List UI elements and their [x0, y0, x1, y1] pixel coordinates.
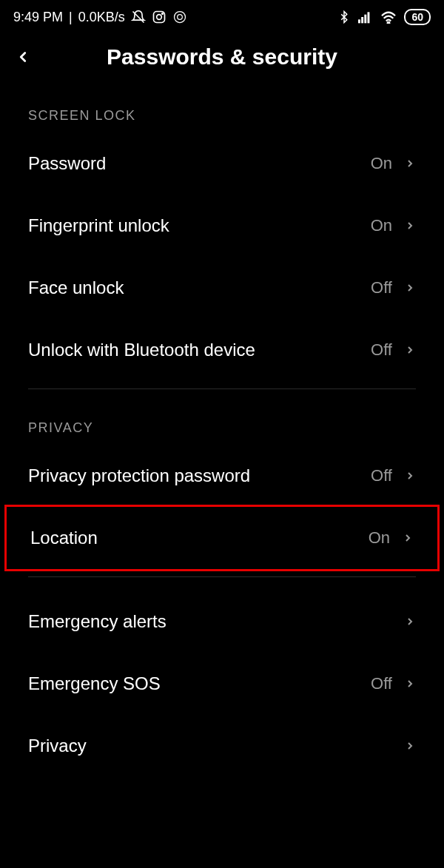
row-value: On	[371, 154, 392, 173]
page-title: Passwords & security	[44, 44, 400, 70]
row-right: Off	[371, 674, 416, 693]
row-label: Unlock with Bluetooth device	[28, 340, 255, 360]
status-separator: |	[69, 10, 73, 25]
status-bar: 9:49 PM | 0.0KB/s	[0, 0, 444, 31]
svg-point-2	[156, 15, 161, 20]
instagram-icon	[152, 10, 166, 24]
row-label: Privacy	[28, 736, 87, 756]
row-label: Emergency SOS	[28, 673, 161, 694]
row-right: On	[369, 528, 414, 548]
row-value: Off	[371, 466, 392, 485]
badge-icon	[172, 10, 187, 24]
back-button[interactable]	[15, 49, 44, 65]
chevron-right-icon	[404, 158, 416, 169]
section-header-privacy: PRIVACY	[0, 403, 444, 445]
row-fingerprint-unlock[interactable]: Fingerprint unlock On	[0, 195, 444, 257]
row-right: On	[371, 154, 416, 173]
row-label: Password	[28, 153, 106, 174]
svg-point-5	[177, 15, 182, 20]
notification-off-icon	[131, 10, 146, 24]
status-left: 9:49 PM | 0.0KB/s	[13, 10, 187, 25]
chevron-right-icon	[404, 220, 416, 232]
row-emergency-alerts[interactable]: Emergency alerts	[0, 591, 444, 653]
svg-point-4	[174, 12, 185, 23]
chevron-right-icon	[404, 470, 416, 482]
status-time: 9:49 PM	[13, 10, 63, 25]
status-network-speed: 0.0KB/s	[78, 10, 125, 25]
row-right	[404, 616, 416, 628]
row-right: On	[371, 216, 416, 235]
header: Passwords & security	[0, 31, 444, 90]
row-value: On	[371, 216, 392, 235]
row-value: Off	[371, 340, 392, 360]
chevron-right-icon	[404, 282, 416, 294]
row-right	[404, 740, 416, 752]
chevron-right-icon	[404, 344, 416, 356]
row-value: Off	[371, 278, 392, 297]
svg-rect-9	[368, 12, 370, 23]
chevron-right-icon	[404, 616, 416, 628]
row-right: Off	[371, 278, 416, 297]
chevron-right-icon	[404, 740, 416, 752]
row-label: Privacy protection password	[28, 465, 250, 486]
row-password[interactable]: Password On	[0, 132, 444, 195]
row-bluetooth-unlock[interactable]: Unlock with Bluetooth device Off	[0, 319, 444, 381]
row-privacy-protection-password[interactable]: Privacy protection password Off	[0, 445, 444, 507]
status-right: 60	[337, 9, 431, 25]
svg-rect-7	[362, 17, 364, 23]
svg-rect-8	[365, 15, 367, 24]
row-right: Off	[371, 340, 416, 360]
row-label: Location	[30, 528, 98, 548]
row-face-unlock[interactable]: Face unlock Off	[0, 257, 444, 319]
row-emergency-sos[interactable]: Emergency SOS Off	[0, 653, 444, 715]
row-label: Face unlock	[28, 277, 124, 298]
row-privacy[interactable]: Privacy	[0, 715, 444, 777]
chevron-right-icon	[402, 532, 414, 544]
divider	[28, 388, 416, 389]
svg-point-3	[162, 13, 164, 15]
row-value: On	[369, 528, 390, 548]
wifi-icon	[380, 10, 397, 24]
section-header-screen-lock: SCREEN LOCK	[0, 90, 444, 132]
row-location[interactable]: Location On	[4, 505, 440, 571]
battery-indicator: 60	[404, 9, 431, 25]
chevron-right-icon	[404, 678, 416, 690]
row-value: Off	[371, 674, 392, 693]
bluetooth-icon	[337, 10, 351, 24]
svg-rect-6	[358, 19, 360, 23]
row-label: Emergency alerts	[28, 611, 166, 632]
row-right: Off	[371, 466, 416, 485]
divider	[28, 576, 416, 577]
signal-icon	[358, 10, 373, 24]
row-label: Fingerprint unlock	[28, 215, 169, 236]
svg-point-10	[388, 22, 390, 24]
